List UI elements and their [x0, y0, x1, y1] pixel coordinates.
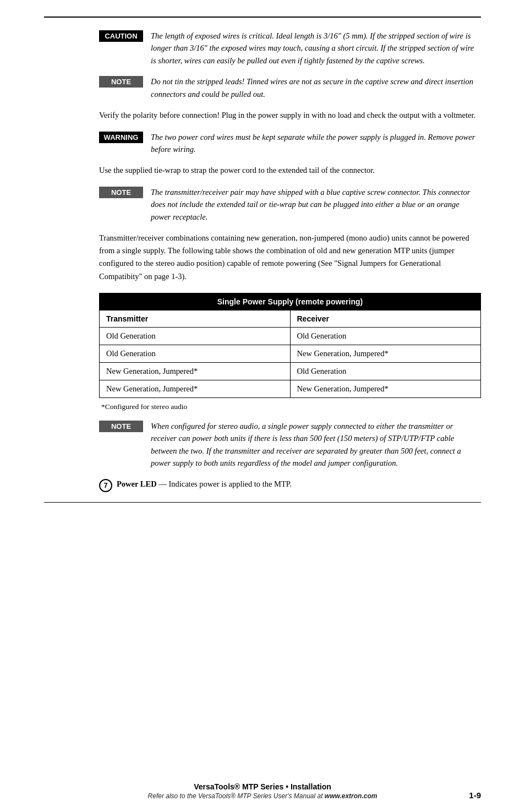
footer-line2: Refer also to the VersaTools® MTP Series… [0, 792, 525, 800]
transmitter-cell: Old Generation [100, 327, 291, 345]
footer-product: VersaTools® MTP Series User's Manual at [198, 792, 325, 800]
power-led-number: 7 [99, 479, 112, 492]
warning-badge: WARNING [99, 132, 143, 143]
col2-header: Receiver [290, 310, 481, 327]
col1-header: Transmitter [100, 310, 291, 327]
footer-line1: VersaTools® MTP Series • Installation [0, 782, 525, 791]
table-subheader-row: Transmitter Receiver [100, 310, 481, 327]
caution-block: CAUTION The length of exposed wires is c… [99, 30, 481, 67]
caution-badge: CAUTION [99, 30, 143, 42]
table-main-header: Single Power Supply (remote powering) [100, 293, 481, 310]
note1-text: Do not tin the stripped leads! Tinned wi… [151, 75, 481, 100]
transmitter-cell: New Generation, Jumpered* [100, 362, 291, 380]
note1-badge: NOTE [99, 76, 143, 88]
note2-block: NOTE The transmitter/receiver pair may h… [99, 186, 481, 223]
power-led-text: Power LED — Indicates power is applied t… [117, 478, 292, 491]
transmitter-cell: Old Generation [100, 345, 291, 362]
receiver-cell: Old Generation [290, 327, 481, 345]
top-rule [44, 17, 481, 18]
table-row: Old GenerationOld Generation [100, 327, 481, 345]
body-text-3: Transmitter/receiver combinations contai… [99, 232, 481, 283]
transmitter-cell: New Generation, Jumpered* [100, 380, 291, 397]
footer-url: www.extron.com [325, 792, 378, 800]
note1-block: NOTE Do not tin the stripped leads! Tinn… [99, 75, 481, 100]
power-led-label: Power LED [117, 479, 157, 488]
content-area: CAUTION The length of exposed wires is c… [44, 30, 481, 492]
note2-text: The transmitter/receiver pair may have s… [151, 186, 481, 223]
receiver-cell: Old Generation [290, 362, 481, 380]
receiver-cell: New Generation, Jumpered* [290, 345, 481, 362]
power-led-dash: — [158, 479, 168, 488]
page-number: 1-9 [469, 791, 481, 800]
table-row: Old GenerationNew Generation, Jumpered* [100, 345, 481, 362]
power-table-wrapper: Single Power Supply (remote powering) Tr… [99, 293, 481, 398]
table-body: Old GenerationOld GenerationOld Generati… [100, 327, 481, 397]
receiver-cell: New Generation, Jumpered* [290, 380, 481, 397]
table-row: New Generation, Jumpered*New Generation,… [100, 380, 481, 397]
note2-badge: NOTE [99, 187, 143, 198]
power-led-row: 7 Power LED — Indicates power is applied… [99, 478, 481, 492]
body-text-1: Verify the polarity before connection! P… [99, 109, 481, 122]
table-footnote: *Configured for stereo audio [99, 402, 481, 411]
power-led-description: Indicates power is applied to the MTP. [168, 479, 292, 488]
power-supply-table: Single Power Supply (remote powering) Tr… [99, 293, 481, 398]
warning-block: WARNING The two power cord wires must be… [99, 131, 481, 156]
note3-block: NOTE When configured for stereo audio, a… [99, 420, 481, 470]
footer-refer: Refer also to the [148, 792, 196, 800]
footer-rule [44, 502, 481, 503]
note3-badge: NOTE [99, 421, 143, 432]
warning-text: The two power cord wires must be kept se… [151, 131, 481, 156]
note3-text: When configured for stereo audio, a sing… [151, 420, 481, 470]
table-header-row: Single Power Supply (remote powering) [100, 293, 481, 310]
page: CAUTION The length of exposed wires is c… [0, 0, 525, 812]
table-row: New Generation, Jumpered*Old Generation [100, 362, 481, 380]
caution-text: The length of exposed wires is critical.… [151, 30, 481, 67]
footer-area: VersaTools® MTP Series • Installation Re… [0, 782, 525, 800]
body-text-2: Use the supplied tie-wrap to strap the p… [99, 164, 481, 177]
